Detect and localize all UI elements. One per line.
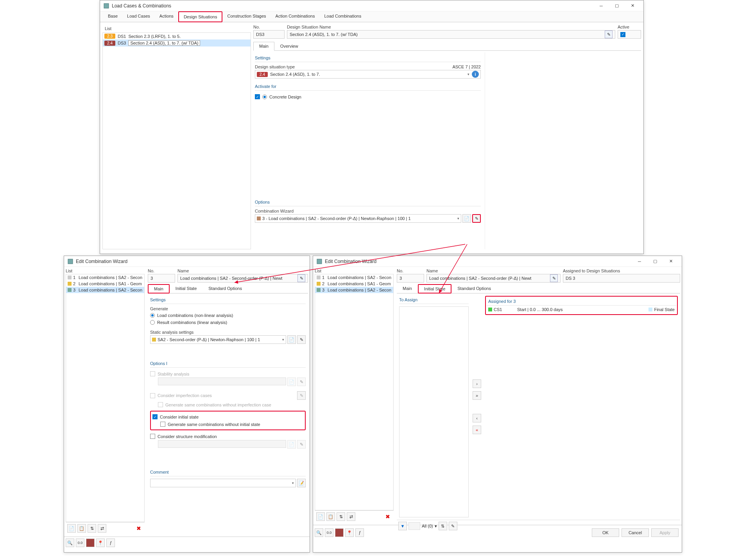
chevron-down-icon: ▾ xyxy=(457,216,459,220)
move-all-left-icon[interactable]: « xyxy=(473,426,481,434)
tab-initial-state[interactable]: Initial State xyxy=(170,284,202,293)
active-checkbox[interactable] xyxy=(620,32,625,37)
assigned-row-cs1[interactable]: CS1 Start | 0.0 ... 300.0 days Final Sta… xyxy=(487,306,676,313)
tab-load-combinations[interactable]: Load Combinations xyxy=(319,11,366,22)
edit-name-icon[interactable]: ✎ xyxy=(550,274,558,282)
pin-icon[interactable]: 📍 xyxy=(345,528,354,537)
active-label: Active xyxy=(618,25,641,29)
new-icon[interactable]: 📄 xyxy=(316,512,325,521)
list-row-2[interactable]: 2 Load combinations | SA1 - Geom xyxy=(315,281,393,287)
color-icon[interactable] xyxy=(335,528,344,537)
comment-edit-icon[interactable]: 📝 xyxy=(297,479,306,487)
delete-icon[interactable]: ✖ xyxy=(383,512,392,521)
search-icon[interactable]: 🔍 xyxy=(315,528,323,537)
list-row-3[interactable]: 3 Load combinations | SA2 - Secon xyxy=(315,287,393,293)
pin-icon[interactable]: 📍 xyxy=(96,539,105,547)
copy-icon[interactable]: 📋 xyxy=(326,512,335,521)
to-assign-header: To Assign xyxy=(399,296,469,304)
stability-field xyxy=(158,378,286,385)
script-icon[interactable]: ƒ xyxy=(106,539,115,547)
name-field[interactable]: Load combinations | SA2 - Second-order (… xyxy=(426,274,561,283)
opt-structure[interactable]: Consider structure modification xyxy=(150,433,306,440)
opt-initial-sub[interactable]: Generate same combinations without initi… xyxy=(160,420,303,428)
radio-nonlinear[interactable]: Load combinations (non-linear analysis) xyxy=(150,312,306,319)
tab-actions[interactable]: Actions xyxy=(155,11,178,22)
tab-standard-options[interactable]: Standard Options xyxy=(451,284,497,293)
minimize-button[interactable]: ─ xyxy=(593,0,609,11)
opt-imperfection: Consider imperfection cases ✎ xyxy=(150,390,306,401)
no-field[interactable]: DS3 xyxy=(253,30,285,39)
opt-initial-state[interactable]: Consider initial state xyxy=(152,413,303,420)
color-icon[interactable] xyxy=(86,539,95,547)
copy-icon[interactable]: 📋 xyxy=(77,524,86,533)
comment-field[interactable]: ▾ xyxy=(150,479,296,487)
list-row-1[interactable]: 1 Load combinations | SA2 - Secon xyxy=(315,274,393,281)
tab-design-situations[interactable]: Design Situations xyxy=(178,11,223,22)
edit-icon[interactable]: ✎ xyxy=(297,391,306,400)
radio-linear[interactable]: Result combinations (linear analysis) xyxy=(150,319,306,326)
tab-main[interactable]: Main xyxy=(148,284,170,293)
script-icon[interactable]: ƒ xyxy=(355,528,364,537)
maximize-button[interactable]: ▢ xyxy=(609,0,625,11)
list-row-3[interactable]: 3 Load combinations | SA2 - Secon xyxy=(66,287,144,293)
edit-wizard-icon[interactable]: ✎ xyxy=(472,214,481,223)
delete-icon[interactable]: ✖ xyxy=(134,524,143,533)
name-label: Design Situation Name xyxy=(287,25,615,29)
maximize-button[interactable]: ▢ xyxy=(647,256,663,267)
list-row-ds3[interactable]: 2.4 DS3 Section 2.4 (ASD), 1. to 7. (w/ … xyxy=(103,39,251,47)
edit-name-icon[interactable]: ✎ xyxy=(297,274,305,282)
close-button[interactable]: ✕ xyxy=(663,256,679,267)
no-field[interactable]: 3 xyxy=(397,274,424,283)
inner-tab-overview[interactable]: Overview xyxy=(274,42,304,50)
activate-concrete: Concrete Design xyxy=(255,93,481,100)
color-swatch xyxy=(257,216,261,220)
sort-icon[interactable]: ⇅ xyxy=(337,512,345,521)
inner-tab-main[interactable]: Main xyxy=(253,42,274,51)
name-field[interactable]: Load combinations | SA2 - Second-order (… xyxy=(177,274,308,283)
name-field[interactable]: Section 2.4 (ASD), 1. to 7. (w/ TDA) ✎ xyxy=(287,30,615,39)
titlebar: Load Cases & Combinations ─ ▢ ✕ xyxy=(100,0,643,11)
list-label: List xyxy=(102,25,251,32)
minimize-button[interactable]: ─ xyxy=(632,256,647,267)
opt-imperfection-sub: Generate same combinations without imper… xyxy=(158,401,306,408)
renumber-icon[interactable]: ⇄ xyxy=(347,512,355,521)
window-title: Edit Combination Wizard xyxy=(325,259,632,264)
sort-icon[interactable]: ⇅ xyxy=(88,524,96,533)
tab-load-cases[interactable]: Load Cases xyxy=(122,11,155,22)
ok-button[interactable]: OK xyxy=(592,528,619,537)
cancel-button[interactable]: Cancel xyxy=(622,528,649,537)
new-icon[interactable]: 📄 xyxy=(67,524,76,533)
tab-main[interactable]: Main xyxy=(397,284,418,293)
units-icon[interactable]: 0.0 xyxy=(76,539,84,547)
tab-construction-stages[interactable]: Construction Stages xyxy=(222,11,270,22)
units-icon[interactable]: 0.0 xyxy=(325,528,333,537)
load-cases-window: Load Cases & Combinations ─ ▢ ✕ Base Loa… xyxy=(100,0,644,254)
list-row-1[interactable]: 1 Load combinations | SA2 - Secon xyxy=(66,274,144,281)
info-icon[interactable]: i xyxy=(472,71,479,78)
tab-standard-options[interactable]: Standard Options xyxy=(202,284,248,293)
renumber-icon[interactable]: ⇄ xyxy=(98,524,106,533)
move-left-icon[interactable]: ‹ xyxy=(473,414,481,422)
tab-action-combinations[interactable]: Action Combinations xyxy=(271,11,320,22)
concrete-checkbox[interactable] xyxy=(255,94,260,99)
move-right-icon[interactable]: › xyxy=(473,379,481,388)
move-all-right-icon[interactable]: » xyxy=(473,391,481,400)
no-field[interactable]: 3 xyxy=(148,274,175,283)
new-wizard-icon[interactable]: 📄 xyxy=(462,214,471,223)
combo-wizard-dropdown[interactable]: 3 - Load combinations | SA2 - Second-ord… xyxy=(255,214,461,223)
list-row-ds1[interactable]: 2.3 DS1 Section 2.3 (LRFD), 1. to 5. xyxy=(103,33,251,39)
assigned-field[interactable]: DS 3 xyxy=(563,274,680,283)
edit-name-icon[interactable]: ✎ xyxy=(605,30,613,38)
close-button[interactable]: ✕ xyxy=(625,0,640,11)
static-dropdown[interactable]: SA2 - Second-order (P-Δ) | Newton-Raphso… xyxy=(150,335,286,344)
design-type-dropdown[interactable]: 2.4 Section 2.4 (ASD), 1. to 7. ▾ i xyxy=(255,70,481,79)
edit-static-icon[interactable]: ✎ xyxy=(297,335,306,344)
search-icon[interactable]: 🔍 xyxy=(66,539,74,547)
list-row-2[interactable]: 2 Load combinations | SA1 - Geom xyxy=(66,281,144,287)
app-icon xyxy=(67,258,73,265)
concrete-radio[interactable] xyxy=(262,95,267,99)
apply-button[interactable]: Apply xyxy=(651,528,679,537)
tab-initial-state[interactable]: Initial State xyxy=(418,284,451,293)
tab-base[interactable]: Base xyxy=(103,11,122,22)
new-static-icon[interactable]: 📄 xyxy=(287,335,296,344)
